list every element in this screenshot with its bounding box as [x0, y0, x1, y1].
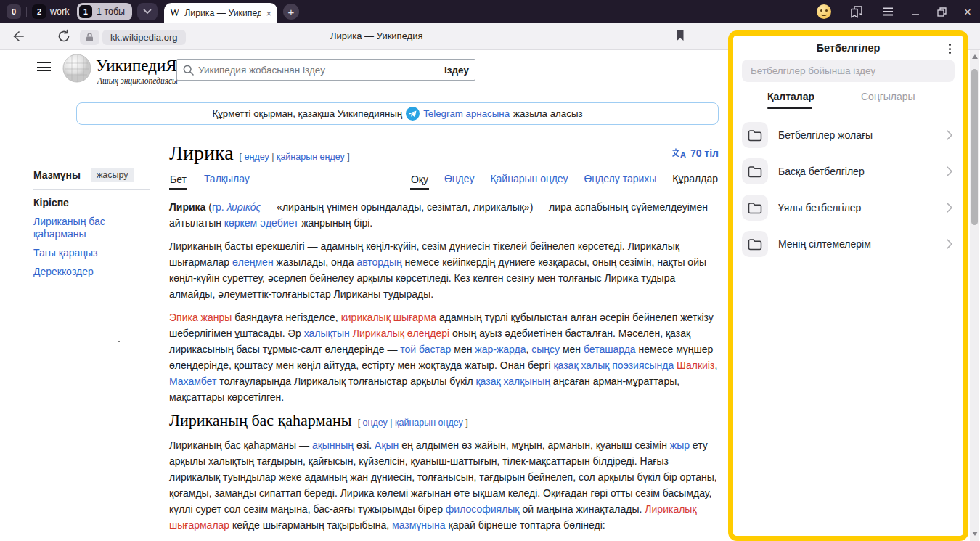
text-link[interactable]: автордың	[356, 256, 401, 268]
text-link[interactable]: гр.	[212, 201, 224, 213]
language-count: 70 тіл	[690, 147, 719, 159]
scrollbar-thumb[interactable]	[971, 69, 978, 225]
workspace-zero-badge[interactable]: 0	[7, 4, 21, 19]
stray-dot	[118, 341, 120, 342]
toc-item-tagy-qaranyz[interactable]: Тағы қараңыз	[33, 247, 150, 259]
text-link[interactable]: ақынның	[312, 439, 354, 451]
text-link[interactable]: өлеңмен	[232, 256, 274, 268]
wikipedia-wordmark[interactable]: УикипедиЯ	[96, 57, 177, 76]
folder-row-other-bookmarks[interactable]: Басқа бетбелгілер	[733, 153, 963, 190]
text-segment: мен	[560, 343, 584, 355]
folder-row-bookmarks-bar[interactable]: Бетбелгілер жолағы	[733, 117, 963, 153]
bookmarks-search-box[interactable]	[742, 60, 955, 82]
text-segment: ,	[714, 359, 717, 371]
text-link[interactable]: Шалкиіз	[677, 359, 714, 371]
bookmarks-search-input[interactable]	[751, 65, 946, 76]
language-icon: A	[672, 148, 686, 159]
tab-quraldar[interactable]: Құралдар	[671, 173, 719, 190]
tab-group-expand-button[interactable]	[137, 3, 158, 20]
restore-window-icon[interactable]	[937, 7, 947, 17]
toc-hide-button[interactable]: жасыру	[91, 168, 134, 182]
close-window-icon[interactable]: ×	[964, 6, 971, 18]
toc-item-bas-qaharmany[interactable]: Лириканың бас қаһарманы	[33, 216, 150, 240]
new-tab-button[interactable]: +	[283, 4, 299, 20]
bookmark-flag-icon[interactable]	[675, 29, 685, 42]
tab-talqylau[interactable]: Талқылау	[203, 173, 250, 190]
text-link[interactable]: сыңсу	[531, 343, 560, 355]
bookmarks-panels-icon[interactable]	[849, 5, 865, 19]
text-link[interactable]: Лирикалық өлеңдері	[353, 328, 449, 339]
bookmarks-panel-highlighted: Бетбелгілер Қалталар Соңғылары Бетбелгіл…	[728, 30, 968, 541]
reload-icon[interactable]	[57, 29, 71, 44]
language-selector[interactable]: A 70 тіл	[672, 147, 719, 159]
tab-group-chip[interactable]: 1 1 тобы	[77, 3, 132, 20]
tab-qainaryn-ondeu[interactable]: Қайнарын өңдеу	[489, 173, 568, 190]
telegram-channel-link[interactable]: Telegram арнасына	[423, 108, 510, 119]
text-segment: кейде шығарманың тақырыбына,	[229, 519, 392, 531]
text-segment: |	[388, 418, 395, 428]
section-edit-links: [ өңдеу | қайнарын өңдеу ]	[358, 418, 468, 428]
tab-recent[interactable]: Соңғылары	[861, 91, 912, 102]
tab-bet[interactable]: Бет	[169, 174, 187, 190]
text-link[interactable]: өңдеу	[245, 152, 269, 162]
site-security-chip[interactable]	[80, 30, 99, 45]
text-link[interactable]: мазмұнына	[392, 519, 446, 531]
tab-close-icon[interactable]: ×	[266, 8, 271, 19]
text-link[interactable]: қайнарын өңдеу	[277, 152, 345, 162]
scroll-up-arrow[interactable]	[972, 54, 978, 59]
scroll-down-arrow[interactable]	[972, 532, 978, 536]
text-link[interactable]: Ақын	[375, 439, 399, 451]
text-link[interactable]: Махамбет	[169, 375, 216, 387]
table-of-contents: Мазмұны жасыру Кіріспе Лириканың бас қаһ…	[33, 168, 150, 285]
wikipedia-tagline: Ашық энциклопедиясы	[97, 76, 178, 85]
profile-avatar[interactable]	[817, 4, 831, 19]
wiki-search-box[interactable]	[176, 59, 438, 81]
paragraph-intro: Лирика (гр. λυρικός — «лираның үнімен ор…	[169, 199, 719, 231]
tab-oqu[interactable]: Оқу	[410, 174, 429, 190]
tab-folders[interactable]: Қалталар	[767, 91, 812, 102]
text-link[interactable]: қазақ халық поэзиясында	[553, 359, 674, 371]
text-link[interactable]: қайнарын өңдеу	[395, 418, 463, 428]
text-segment: мен	[451, 343, 475, 355]
tab-strip-controls: ×	[817, 0, 980, 23]
article-title-row: Лирика[ өңдеу | қайнарын өңдеу ] A 70 ті…	[169, 142, 719, 166]
text-link[interactable]: халықтын	[304, 328, 350, 339]
folder-row-my-links[interactable]: Менің сілтемелерім	[733, 226, 963, 262]
text-link[interactable]: беташарда	[584, 343, 636, 355]
wikipedia-logo-globe[interactable]	[62, 53, 92, 84]
text-link[interactable]: Эпика жанры	[169, 312, 232, 323]
wiki-search-input[interactable]	[198, 65, 416, 76]
text-segment: баяндауға негізделсе,	[232, 312, 340, 323]
folder-row-mobile-bookmarks[interactable]: Ұялы бетбелгілер	[733, 190, 963, 226]
toc-item-kirispe[interactable]: Кіріспе	[33, 197, 150, 209]
text-link[interactable]: философиялық	[446, 503, 520, 515]
text-link[interactable]: жыр	[670, 439, 690, 451]
tab-ondeu[interactable]: Өңдеу	[444, 173, 475, 190]
page-scrollbar[interactable]	[970, 49, 979, 541]
text-link[interactable]: жар-жарда	[475, 343, 526, 355]
work-tab-count-badge[interactable]: 2	[32, 4, 46, 19]
text-link[interactable]: той бастар	[400, 343, 451, 355]
minimize-window-icon[interactable]	[911, 7, 920, 16]
toc-item-derekkozder[interactable]: Дереккөздер	[33, 266, 150, 278]
text-link[interactable]: λυρικός	[227, 201, 261, 213]
active-tab[interactable]: W Лирика — Уикипедия ×	[164, 3, 277, 23]
kebab-menu-icon[interactable]	[944, 42, 955, 55]
workspace-label[interactable]: work	[50, 7, 69, 17]
text-link[interactable]: кирикалық шығарма	[341, 312, 436, 323]
folder-icon	[742, 122, 768, 148]
browser-menu-icon[interactable]	[882, 7, 894, 16]
main-menu-icon[interactable]	[37, 62, 51, 71]
paragraph-hero: Лириканың бас қаһарманы — ақынның өзі. А…	[169, 437, 719, 533]
url-field[interactable]: kk.wikipedia.org	[102, 30, 186, 45]
wiki-search-button[interactable]: Іздеу	[438, 59, 475, 81]
browser-window: 0 2 work 1 1 тобы W Лирика — Уикипедия ×…	[0, 0, 980, 541]
tab-ondelu-tarihy[interactable]: Өңделу тарихы	[583, 173, 657, 190]
text-link[interactable]: көркем әдебиет	[224, 217, 298, 229]
back-icon[interactable]	[10, 29, 25, 44]
text-link[interactable]: өңдеу	[363, 418, 388, 428]
toc-title: Мазмұны	[33, 169, 81, 181]
article: Лирика[ өңдеу | қайнарын өңдеу ] A 70 ті…	[169, 142, 719, 541]
text-link[interactable]: қазақ халқының	[475, 375, 550, 387]
wikipedia-favicon: W	[170, 7, 179, 19]
